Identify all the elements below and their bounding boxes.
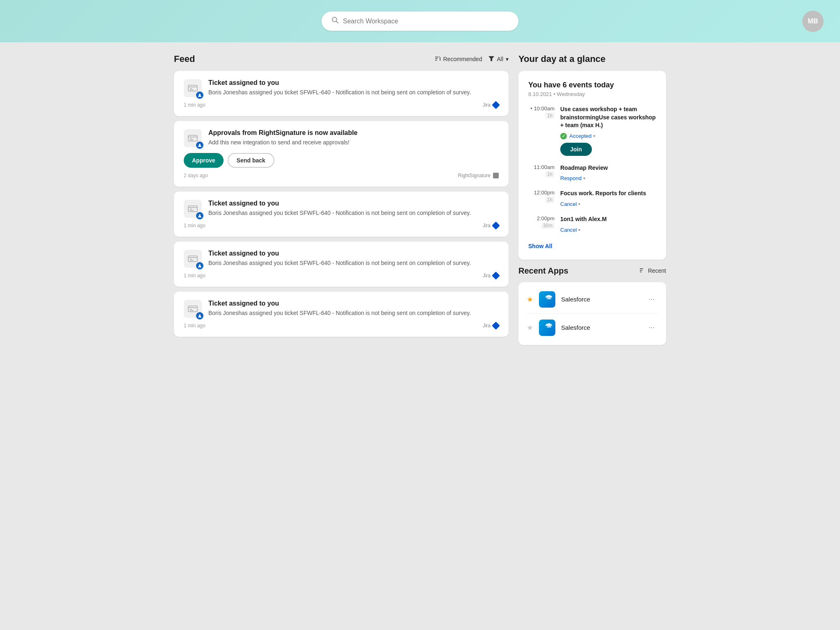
card-time: 2 days ago [184, 173, 208, 178]
event-details: 1on1 with Alex.M Cancel ▾ [560, 215, 656, 233]
card-source: Jira [483, 223, 499, 228]
event-duration: 1h [545, 171, 555, 178]
rightsignature-icon [493, 173, 499, 178]
card-time: 1 min ago [184, 223, 205, 228]
card-footer: 1 min ago Jira [184, 273, 499, 278]
event-name: Roadmap Review [560, 164, 656, 172]
svg-rect-17 [188, 206, 197, 212]
card-icon-wrap [184, 300, 202, 318]
feed-card-5: Ticket assigned to you Boris Joneshas as… [174, 292, 509, 337]
card-footer: 1 min ago Jira [184, 102, 499, 108]
show-all-button[interactable]: Show All [528, 243, 552, 249]
recent-sort-icon [639, 267, 646, 275]
event-name: Focus work. Reports for clients [560, 189, 656, 198]
svg-marker-6 [488, 56, 494, 61]
app-name-1: Salesforce [561, 296, 639, 303]
card-source: Jira [483, 102, 499, 108]
svg-point-16 [199, 144, 201, 146]
jira-icon [492, 272, 500, 280]
apps-card: ★ Salesforce ··· ★ [518, 282, 666, 345]
event-name: Use cases workshop + team brainstormingU… [560, 105, 656, 130]
search-input[interactable] [343, 18, 509, 25]
app-menu-button-2[interactable]: ··· [645, 322, 658, 333]
approve-button[interactable]: Approve [184, 153, 224, 168]
sort-button[interactable]: Recommended [434, 55, 482, 63]
cancel-button-2[interactable]: Cancel ▾ [560, 227, 580, 233]
jira-icon [492, 221, 500, 230]
accepted-icon [560, 133, 567, 139]
card-footer: 2 days ago RightSignature [184, 173, 499, 178]
search-icon [331, 16, 339, 26]
card-icon-wrap [184, 250, 202, 268]
jira-icon [492, 322, 500, 330]
event-details: Roadmap Review Respond ▾ [560, 164, 656, 182]
event-item-2: 11:00am 1h Roadmap Review Respond ▾ [528, 164, 656, 182]
recent-sort-button[interactable]: Recent [639, 267, 666, 275]
svg-point-11 [199, 94, 201, 96]
respond-button[interactable]: Respond ▾ [560, 175, 585, 181]
card-title: Ticket assigned to you [208, 79, 471, 87]
salesforce-logo-1 [539, 291, 555, 308]
card-content: Approvals from RightSignature is now ava… [208, 129, 358, 147]
sort-icon [434, 55, 441, 63]
top-bar: MB [0, 0, 840, 42]
event-duration: 30m [541, 222, 555, 229]
card-body: Boris Joneshas assigned you ticket SFWFL… [208, 209, 471, 217]
card-body: Boris Joneshas assigned you ticket SFWFL… [208, 259, 471, 267]
jira-icon [492, 101, 500, 109]
cancel-button[interactable]: Cancel ▾ [560, 201, 580, 207]
feed-card-4: Ticket assigned to you Boris Joneshas as… [174, 242, 509, 287]
filter-label: All [497, 56, 503, 62]
user-avatar-button[interactable]: MB [802, 11, 824, 32]
event-time: 11:00am [528, 164, 555, 170]
send-back-button[interactable]: Send back [228, 153, 274, 168]
svg-point-31 [199, 315, 201, 316]
card-footer: 1 min ago Jira [184, 223, 499, 228]
svg-point-21 [199, 215, 201, 216]
feed-section: Feed Recommended [174, 54, 509, 345]
svg-rect-7 [188, 85, 197, 91]
card-footer: 1 min ago Jira [184, 323, 499, 329]
card-content: Ticket assigned to you Boris Joneshas as… [208, 300, 471, 317]
filter-icon [488, 56, 494, 62]
accepted-button[interactable]: Accepted ▾ [569, 133, 595, 139]
event-duration: 1h [545, 112, 555, 119]
feed-title: Feed [174, 54, 195, 64]
svg-rect-27 [188, 306, 197, 312]
card-title: Ticket assigned to you [208, 300, 471, 307]
event-item-3: 12:00pm 1h Focus work. Reports for clien… [528, 189, 656, 207]
card-body: Boris Joneshas assigned you ticket SFWFL… [208, 88, 471, 97]
feed-card-2: Approvals from RightSignature is now ava… [174, 121, 509, 187]
day-glance-card: You have 6 events today 8.10.2021 • Wedn… [518, 71, 666, 260]
events-date: 8.10.2021 • Wednesday [528, 91, 656, 97]
search-bar[interactable] [322, 11, 518, 31]
star-filled-icon[interactable]: ★ [527, 295, 533, 304]
card-content: Ticket assigned to you Boris Joneshas as… [208, 250, 471, 267]
app-item-2: ★ Salesforce ··· [518, 314, 666, 342]
user-badge-icon [196, 142, 203, 149]
feed-card-1: Ticket assigned to you Boris Joneshas as… [174, 71, 509, 116]
card-content: Ticket assigned to you Boris Joneshas as… [208, 200, 471, 217]
svg-line-1 [336, 21, 338, 23]
card-icon-wrap [184, 129, 202, 147]
star-empty-icon[interactable]: ★ [527, 323, 533, 332]
user-badge-icon [196, 212, 203, 219]
event-status: Accepted ▾ [560, 133, 656, 139]
svg-rect-12 [188, 135, 197, 141]
svg-rect-22 [188, 256, 197, 262]
app-menu-button-1[interactable]: ··· [645, 293, 658, 305]
card-title: Ticket assigned to you [208, 250, 471, 257]
feed-controls: Recommended All ▾ [434, 55, 509, 63]
join-button[interactable]: Join [560, 143, 592, 156]
card-source: Jira [483, 273, 499, 278]
feed-card-3: Ticket assigned to you Boris Joneshas as… [174, 192, 509, 237]
event-duration: 1h [545, 196, 555, 203]
card-icon-wrap [184, 200, 202, 218]
user-badge-icon [196, 262, 203, 269]
filter-button[interactable]: All ▾ [488, 56, 509, 62]
event-item-4: 2:00pm 30m 1on1 with Alex.M Cancel ▾ [528, 215, 656, 233]
recent-apps-header: Recent Apps Recent [518, 266, 666, 276]
card-time: 1 min ago [184, 102, 205, 108]
user-badge-icon [196, 312, 203, 320]
svg-point-26 [199, 265, 201, 266]
